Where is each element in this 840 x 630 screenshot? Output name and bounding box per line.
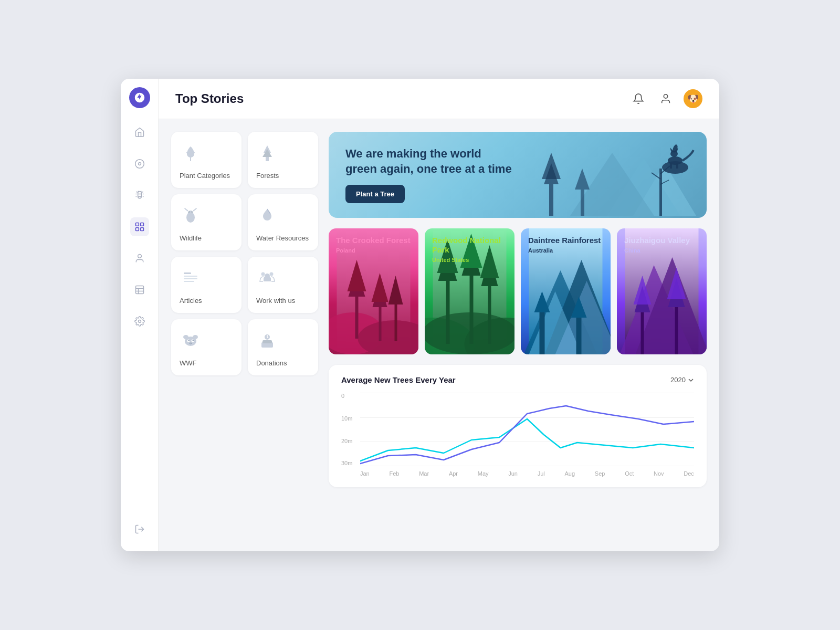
plant-tree-button[interactable]: Plant a Tree	[345, 185, 405, 203]
card-articles-label: Articles	[180, 297, 202, 304]
svg-point-1	[138, 163, 141, 165]
svg-rect-50	[659, 169, 662, 216]
logo-button[interactable]	[129, 87, 150, 108]
crooked-forest-name: The Crooked Forest	[336, 236, 411, 245]
nav-logout[interactable]	[130, 520, 149, 539]
header-actions: 🐶	[629, 89, 702, 108]
forest-card-daintree[interactable]: Daintree Rainforest Australia	[521, 228, 611, 354]
svg-rect-68	[379, 307, 382, 341]
card-wwf[interactable]: WWF	[171, 319, 242, 375]
forest-card-redwood[interactable]: Redwood National Park United States	[425, 228, 514, 354]
svg-point-37	[193, 340, 194, 341]
card-work-with-us[interactable]: Work with us	[248, 257, 318, 313]
svg-rect-45	[549, 184, 553, 216]
header: Top Stories 🐶	[159, 79, 719, 119]
jiuzhaigou-country: China	[624, 247, 699, 254]
svg-rect-26	[184, 278, 197, 279]
svg-rect-2	[135, 223, 139, 226]
card-water-resources[interactable]: Water Resources	[248, 194, 318, 250]
redwood-name: Redwood National Park	[432, 236, 507, 255]
svg-point-23	[192, 212, 193, 213]
chart-x-labels: Jan Feb Mar Apr May Jun Jul Aug Sep Oct	[360, 470, 694, 477]
chart-lines	[360, 393, 694, 466]
forest-cards: The Crooked Forest Poland	[329, 228, 707, 354]
forest-card-jiuzhaigou[interactable]: Jiuzhaigou Valley China	[617, 228, 707, 354]
svg-rect-80	[470, 276, 474, 344]
svg-point-36	[188, 340, 190, 341]
svg-marker-49	[575, 169, 590, 190]
forest-card-crooked[interactable]: The Crooked Forest Poland	[329, 228, 418, 354]
svg-point-29	[270, 272, 274, 276]
svg-marker-93	[576, 318, 582, 354]
svg-point-30	[261, 272, 265, 276]
svg-point-19	[188, 211, 193, 216]
page-title: Top Stories	[175, 91, 244, 106]
articles-icon	[180, 267, 202, 291]
chevron-down-icon	[688, 377, 694, 383]
nav-grid[interactable]	[130, 217, 149, 236]
nav-table[interactable]	[130, 280, 149, 299]
svg-rect-17	[266, 157, 269, 161]
svg-rect-77	[446, 281, 450, 344]
svg-rect-25	[184, 276, 197, 277]
svg-rect-60	[670, 163, 672, 169]
svg-rect-65	[355, 297, 359, 339]
card-wildlife[interactable]: Wildlife	[171, 194, 242, 250]
card-plant-categories-label: Plant Categories	[180, 172, 230, 180]
avatar[interactable]: 🐶	[684, 89, 702, 108]
sidebar	[121, 79, 159, 551]
right-panel: We are making the world green again, one…	[329, 132, 707, 539]
nav-user[interactable]	[130, 249, 149, 268]
nav-bug[interactable]	[130, 186, 149, 205]
hero-banner: We are making the world green again, one…	[329, 132, 707, 218]
card-donations[interactable]: Donations	[248, 319, 318, 375]
chart-section: Average New Trees Every Year 2020 30m 20…	[329, 365, 707, 487]
nav-home[interactable]	[130, 123, 149, 142]
jiuzhaigou-name: Jiuzhaigou Valley	[624, 236, 699, 245]
user-icon[interactable]	[656, 89, 675, 108]
card-plant-categories[interactable]: Plant Categories	[171, 132, 242, 188]
main-content: Top Stories 🐶	[159, 79, 719, 551]
svg-rect-48	[581, 190, 584, 216]
daintree-name: Daintree Rainforest	[528, 236, 603, 245]
svg-rect-71	[395, 304, 397, 341]
svg-point-22	[189, 212, 190, 213]
logo-icon	[134, 92, 145, 103]
card-articles[interactable]: Articles	[171, 257, 242, 313]
chart-title: Average New Trees Every Year	[341, 375, 456, 384]
svg-rect-98	[641, 312, 644, 354]
card-wwf-label: WWF	[180, 359, 196, 367]
nav-compass[interactable]	[130, 154, 149, 173]
chart-header: Average New Trees Every Year 2020	[341, 375, 694, 384]
notification-icon[interactable]	[629, 89, 648, 108]
daintree-country: Australia	[528, 247, 603, 254]
chart-year-selector[interactable]: 2020	[670, 376, 694, 384]
forest-card-redwood-content: Redwood National Park United States	[425, 228, 514, 270]
svg-marker-47	[542, 153, 561, 179]
svg-point-11	[138, 320, 141, 323]
wwf-icon	[180, 330, 202, 354]
card-forests[interactable]: Forests	[248, 132, 318, 188]
svg-point-38	[190, 342, 192, 343]
card-water-resources-label: Water Resources	[256, 234, 309, 242]
svg-rect-61	[676, 163, 678, 169]
wildlife-icon	[180, 205, 202, 229]
svg-rect-5	[140, 228, 143, 231]
app-window: Top Stories 🐶	[121, 79, 719, 551]
svg-point-32	[183, 335, 188, 339]
svg-rect-7	[135, 286, 143, 294]
content-area: Plant Categories Forests	[159, 119, 719, 551]
hero-text: We are making the world green again, one…	[345, 146, 513, 203]
nav-settings[interactable]	[130, 312, 149, 331]
card-forests-label: Forests	[256, 172, 279, 180]
svg-rect-83	[488, 286, 491, 344]
svg-rect-4	[135, 228, 139, 231]
svg-marker-16	[262, 149, 272, 157]
crooked-forest-country: Poland	[336, 247, 411, 254]
work-with-us-icon	[256, 267, 278, 291]
donations-icon	[256, 330, 278, 354]
chart-area: Jan Feb Mar Apr May Jun Jul Aug Sep Oct	[360, 393, 694, 477]
svg-rect-27	[184, 281, 194, 282]
card-wildlife-label: Wildlife	[180, 234, 202, 242]
svg-point-0	[135, 160, 144, 169]
